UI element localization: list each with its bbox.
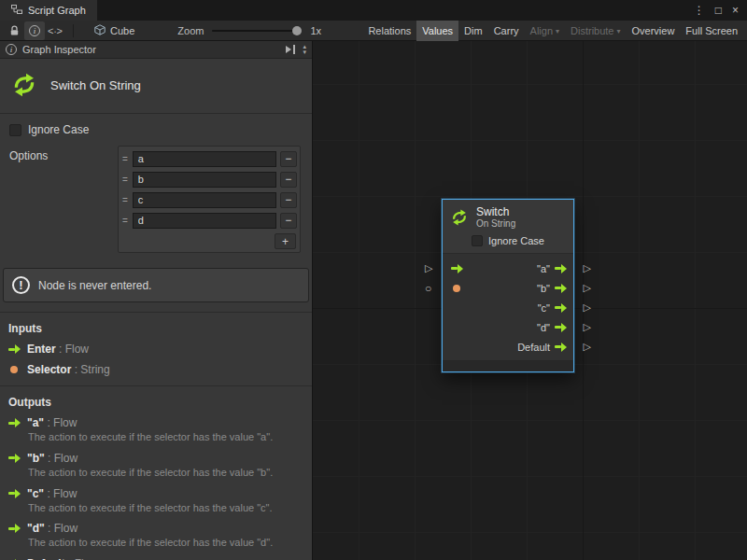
enter-port-icon[interactable] <box>451 263 463 273</box>
scroll-spinner[interactable]: ▴ ▾ <box>303 44 306 55</box>
distribute-button[interactable]: Distribute▾ <box>565 21 626 41</box>
tab-script-graph[interactable]: Script Graph <box>0 0 97 21</box>
enter-connect-triangle-icon[interactable]: ▷ <box>425 263 432 273</box>
node-port-row-default: Default ▷ <box>443 337 573 357</box>
drag-handle-icon[interactable]: = <box>121 154 129 164</box>
node-ports: ▷ "a" ▷ ○ "b" <box>443 254 573 360</box>
chevron-down-icon: ▾ <box>617 27 621 35</box>
info-icon: i <box>29 25 40 36</box>
selector-connect-circle-icon[interactable]: ○ <box>425 283 431 294</box>
output-port-c: "c" : Flow <box>8 487 303 500</box>
warning-box: ! Node is never entered. <box>3 268 309 302</box>
graph-toolbar: i <∙> Cube Zoom 1x Relations Values Dim … <box>0 21 747 41</box>
option-row: = − <box>121 148 297 169</box>
option-input[interactable] <box>133 192 276 208</box>
output-port-b: "b" : Flow <box>8 452 303 465</box>
port-label: "a" <box>537 263 550 274</box>
output-port-icon[interactable] <box>555 283 567 293</box>
ignore-case-checkbox[interactable] <box>472 235 483 246</box>
node-footer <box>443 360 573 371</box>
node-header[interactable]: Switch On String <box>443 200 573 231</box>
port-name: "d" <box>27 522 45 535</box>
graph-owner-label: Cube <box>110 25 134 36</box>
options-label: Options <box>9 146 48 162</box>
output-connect-triangle-icon[interactable]: ▷ <box>584 263 591 273</box>
option-row: = − <box>121 210 297 231</box>
flow-port-icon <box>8 524 21 534</box>
port-label: "d" <box>537 322 550 333</box>
input-port-enter: Enter : Flow <box>8 343 303 356</box>
output-port-icon[interactable] <box>555 263 567 273</box>
option-input[interactable] <box>133 151 276 167</box>
port-description: The action to execute if the selector ha… <box>28 467 303 480</box>
window-controls: ⋮ □ × <box>685 0 747 21</box>
window-menu-icon[interactable]: ⋮ <box>694 4 705 17</box>
ignore-case-checkbox[interactable] <box>9 124 21 136</box>
close-icon[interactable]: × <box>732 4 739 17</box>
remove-option-button[interactable]: − <box>280 151 297 167</box>
remove-option-button[interactable]: − <box>280 172 297 188</box>
options-row: Options = − = − = − <box>0 140 312 257</box>
outputs-header: Outputs <box>8 396 303 409</box>
node-subtitle: On String <box>476 218 515 230</box>
lock-icon[interactable] <box>4 21 24 40</box>
titlebar-spacer <box>97 0 685 21</box>
port-description: The action to execute if the selector ha… <box>28 537 303 550</box>
option-input[interactable] <box>133 213 276 229</box>
value-port-icon <box>10 366 18 373</box>
output-port-icon[interactable] <box>555 322 567 332</box>
switch-on-string-node[interactable]: Switch On String Ignore Case ▷ "a" <box>442 199 574 372</box>
remove-option-button[interactable]: − <box>280 192 297 208</box>
port-type: : Flow <box>44 487 77 500</box>
graph-canvas[interactable]: Switch On String Ignore Case ▷ "a" <box>313 41 747 560</box>
inspector-toggle-icon[interactable]: i <box>24 21 45 40</box>
graph-owner[interactable]: Cube <box>94 24 134 37</box>
carry-button[interactable]: Carry <box>488 21 525 41</box>
zoom-slider[interactable] <box>212 30 302 32</box>
port-description: The action to execute if the selector ha… <box>28 431 303 444</box>
graph-inspector-title: Graph Inspector <box>22 44 96 55</box>
edit-source-icon[interactable]: <∙> <box>45 21 65 40</box>
remove-option-button[interactable]: − <box>280 213 297 229</box>
output-port-icon[interactable] <box>555 342 567 352</box>
align-button[interactable]: Align▾ <box>525 21 565 41</box>
main-area: i Graph Inspector ▴ ▾ <box>0 41 747 560</box>
values-button[interactable]: Values <box>416 21 458 41</box>
option-row: = − <box>121 189 297 210</box>
port-name: Selector <box>27 363 71 376</box>
flow-port-icon <box>8 453 21 463</box>
output-port-a: "a" : Flow <box>8 416 303 429</box>
switch-unit-icon <box>9 70 39 100</box>
drag-handle-icon[interactable]: = <box>121 216 129 226</box>
spinner-down-icon[interactable]: ▾ <box>303 49 306 55</box>
node-port-row-b: ○ "b" ▷ <box>443 278 573 298</box>
output-port-d: "d" : Flow <box>8 522 303 535</box>
add-option-button[interactable]: + <box>275 233 296 249</box>
relations-button[interactable]: Relations <box>362 21 416 41</box>
toolbar-buttons: Relations Values Dim Carry Align▾ Distri… <box>362 21 743 41</box>
port-name: "a" <box>27 416 44 429</box>
info-icon: i <box>6 44 17 55</box>
ignore-case-label: Ignore Case <box>28 123 89 136</box>
drag-handle-icon[interactable]: = <box>121 195 129 205</box>
warning-icon: ! <box>12 276 30 294</box>
output-connect-triangle-icon[interactable]: ▷ <box>584 322 591 332</box>
inputs-header: Inputs <box>8 322 303 335</box>
port-name: Enter <box>27 343 56 356</box>
drag-handle-icon[interactable]: = <box>121 175 129 185</box>
output-port-icon[interactable] <box>555 302 567 313</box>
option-input[interactable] <box>133 172 276 188</box>
maximize-icon[interactable]: □ <box>715 4 722 17</box>
zoom-slider-knob[interactable] <box>292 26 302 35</box>
dim-button[interactable]: Dim <box>458 21 488 41</box>
output-connect-triangle-icon[interactable]: ▷ <box>584 283 591 293</box>
output-connect-triangle-icon[interactable]: ▷ <box>584 342 591 352</box>
selector-port-icon[interactable] <box>453 285 460 292</box>
options-list: = − = − = − = <box>118 146 301 253</box>
overview-button[interactable]: Overview <box>627 21 681 41</box>
output-connect-triangle-icon[interactable]: ▷ <box>584 302 591 313</box>
graph-inspector-header: i Graph Inspector ▴ ▾ <box>0 41 312 59</box>
dock-panel-icon[interactable] <box>285 45 297 54</box>
fullscreen-button[interactable]: Full Screen <box>680 21 743 41</box>
inputs-section: Inputs Enter : Flow Selector : String <box>0 312 312 385</box>
